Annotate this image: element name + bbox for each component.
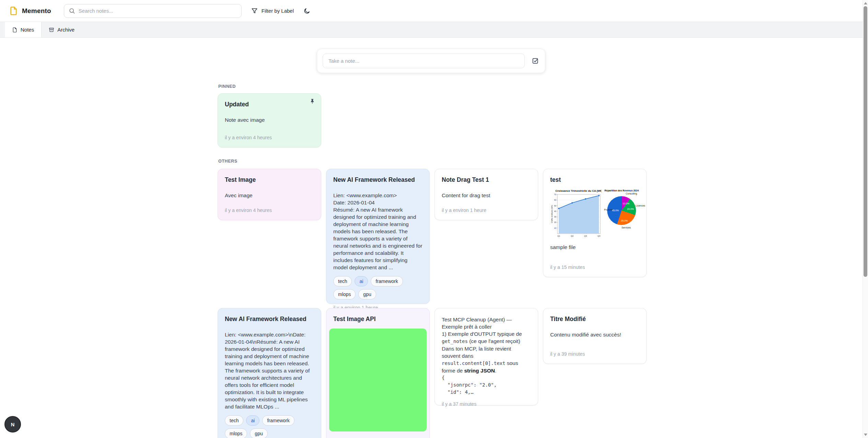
- note-card-ai-framework-1[interactable]: New AI Framework Released Lien: <www.exa…: [326, 169, 430, 304]
- tab-archive[interactable]: Archive: [42, 22, 82, 37]
- note-card-mcp-cleanup[interactable]: Test MCP Cleanup (Agent) — Exemple prêt …: [435, 308, 538, 405]
- svg-text:50: 50: [554, 205, 556, 207]
- tag-gpu[interactable]: gpu: [250, 428, 267, 438]
- svg-text:Q4: Q4: [598, 235, 601, 237]
- card-body: Note avec image: [225, 116, 314, 123]
- card-title: Note Drag Test 1: [442, 176, 531, 184]
- tab-bar: Notes Archive: [0, 22, 868, 38]
- pin-icon[interactable]: [309, 98, 316, 105]
- inline-code: get_notes: [442, 339, 468, 344]
- card-body: Content for drag test: [442, 192, 531, 199]
- note-file-icon: [12, 27, 18, 33]
- tag-ai[interactable]: ai: [355, 276, 368, 286]
- tag-tech[interactable]: tech: [333, 276, 352, 286]
- tag-mlops[interactable]: mlops: [333, 289, 356, 299]
- search-box: [64, 4, 242, 18]
- note-card-test-image[interactable]: Test Image Avec image il y a environ 4 h…: [218, 169, 321, 220]
- note-card-ai-framework-2[interactable]: New AI Framework Released Lien: <www.exa…: [218, 308, 321, 438]
- search-icon: [69, 8, 75, 14]
- app-logo-file-icon: [9, 6, 18, 15]
- moon-icon: [303, 8, 310, 14]
- card-timestamp: il y a environ 4 heures: [225, 202, 314, 213]
- code-line: "id": 4,…: [442, 389, 531, 396]
- scrollbar-thumb[interactable]: [864, 6, 867, 277]
- card-body: Lien: <www.example.com> Date: 2026-01-04…: [333, 192, 423, 271]
- svg-text:Croissance Trimestrielle du CA: Croissance Trimestrielle du CA (M€): [555, 189, 602, 192]
- chart-thumbnails: Croissance Trimestrielle du CA (M€)Chiff…: [550, 188, 639, 240]
- tab-archive-label: Archive: [57, 27, 74, 33]
- dark-mode-toggle[interactable]: [303, 7, 311, 15]
- note-image-green: [329, 329, 427, 431]
- avatar-initial: N: [11, 422, 15, 427]
- others-row-1: Test Image Avec image il y a environ 4 h…: [218, 169, 647, 304]
- note-card-titre-modifie[interactable]: Titre Modifié Contenu modifié avec succè…: [543, 308, 647, 364]
- svg-text:30: 30: [554, 216, 556, 218]
- checkbox-icon[interactable]: [532, 57, 539, 64]
- vertical-scrollbar[interactable]: [863, 0, 868, 438]
- scroll-up-arrow[interactable]: [864, 2, 867, 4]
- card-title: test: [550, 176, 639, 184]
- filter-by-label-button[interactable]: Filter by Label: [251, 8, 294, 14]
- card-timestamp: il y a 15 minutes: [550, 259, 639, 270]
- svg-text:20: 20: [554, 221, 556, 223]
- filter-by-label-text: Filter by Label: [262, 8, 294, 14]
- note-composer: [317, 49, 545, 73]
- svg-text:Chiffre d'affaires (M€): Chiffre d'affaires (M€): [551, 205, 553, 223]
- tag-list: tech ai framework mlops gpu: [225, 415, 314, 438]
- note-card-test-image-api[interactable]: Test Image API: [326, 308, 430, 438]
- code-line: "jsonrpc": "2.0",: [442, 381, 531, 389]
- note-card-drag-test[interactable]: Note Drag Test 1 Content for drag test i…: [435, 169, 538, 220]
- card-title: Titre Modifié: [550, 315, 639, 323]
- tag-ai[interactable]: ai: [246, 415, 259, 426]
- user-avatar[interactable]: N: [4, 416, 21, 433]
- tag-tech[interactable]: tech: [225, 415, 243, 426]
- card-timestamp: il y a environ 1 heure: [442, 202, 531, 213]
- card-timestamp: il y a 39 minutes: [550, 346, 639, 357]
- archive-box-icon: [49, 27, 54, 33]
- note-card-test-charts[interactable]: test Croissance Trimestrielle du CA (M€)…: [543, 169, 647, 277]
- pinned-section-label: PINNED: [218, 84, 236, 89]
- tab-notes[interactable]: Notes: [5, 22, 42, 37]
- tag-list: tech ai framework mlops gpu: [333, 276, 423, 299]
- tag-mlops[interactable]: mlops: [225, 428, 247, 438]
- line-chart-image: Croissance Trimestrielle du CA (M€)Chiff…: [550, 188, 602, 240]
- svg-text:Q1: Q1: [557, 235, 560, 237]
- svg-text:Q3: Q3: [584, 235, 587, 237]
- card-body: Avec image: [225, 192, 314, 199]
- code-line: {: [442, 374, 531, 381]
- others-row-2: New AI Framework Released Lien: <www.exa…: [218, 308, 647, 438]
- header: Memento Filter by Label: [0, 0, 868, 22]
- svg-text:10: 10: [554, 227, 556, 229]
- tag-framework[interactable]: framework: [371, 276, 403, 286]
- note-card-updated[interactable]: Updated Note avec image il y a environ 4…: [218, 93, 321, 147]
- pie-chart-image: Répartition des Revenus 2024Consulting10…: [604, 188, 639, 240]
- tag-gpu[interactable]: gpu: [358, 289, 376, 299]
- app-title: Memento: [22, 7, 51, 15]
- scroll-down-arrow[interactable]: [864, 434, 867, 436]
- card-title: Test Image API: [333, 315, 423, 323]
- search-input[interactable]: [64, 4, 242, 18]
- card-body: sample file: [550, 244, 639, 251]
- others-section-label: OTHERS: [218, 159, 238, 164]
- card-title: New AI Framework Released: [333, 176, 423, 184]
- tab-notes-label: Notes: [21, 27, 34, 33]
- card-title: Test Image: [225, 176, 314, 184]
- card-body: Test MCP Cleanup (Agent) — Exemple prêt …: [442, 316, 531, 396]
- inline-code: result.content[0].text: [442, 360, 505, 366]
- funnel-icon: [251, 8, 258, 14]
- tag-framework[interactable]: framework: [262, 415, 294, 426]
- card-body: Contenu modifié avec succès!: [550, 331, 639, 338]
- card-timestamp: il y a environ 4 heures: [225, 129, 314, 140]
- card-timestamp: il y a 37 minutes: [442, 396, 531, 407]
- svg-text:70: 70: [554, 193, 556, 196]
- take-a-note-input[interactable]: [323, 54, 525, 68]
- pinned-row: Updated Note avec image il y a environ 4…: [218, 93, 321, 147]
- card-body: Lien: <www.example.com>\nDate: 2026-01-0…: [225, 331, 314, 410]
- card-title: Updated: [225, 100, 314, 108]
- svg-text:40: 40: [554, 210, 556, 212]
- svg-text:Q2: Q2: [571, 235, 574, 237]
- memento-app: Memento Filter by Label Notes: [0, 0, 868, 438]
- svg-text:60: 60: [554, 199, 556, 201]
- card-title: New AI Framework Released: [225, 315, 314, 323]
